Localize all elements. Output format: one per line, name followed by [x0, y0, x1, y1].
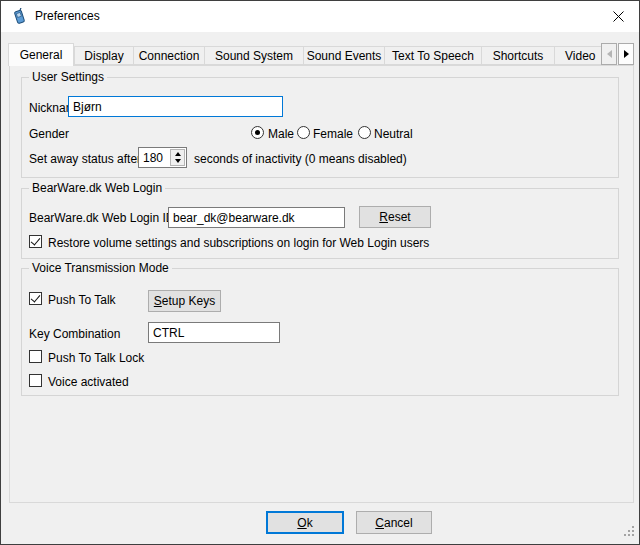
tab-display[interactable]: Display	[74, 46, 134, 65]
push-to-talk-checkbox[interactable]	[29, 292, 42, 305]
tab-scroll-left-button	[601, 43, 617, 65]
push-to-talk-lock-checkbox[interactable]	[29, 350, 42, 363]
key-combination-input[interactable]	[148, 322, 280, 343]
ok-button[interactable]: Ok	[266, 511, 344, 534]
resize-grip[interactable]	[623, 525, 636, 541]
tab-connection[interactable]: Connection	[133, 46, 205, 65]
nickname-input[interactable]	[68, 96, 283, 117]
tab-scroll-right-button[interactable]	[618, 43, 634, 65]
web-login-group-title: BearWare.dk Web Login	[29, 181, 165, 195]
voice-transmission-group-title: Voice Transmission Mode	[29, 261, 172, 275]
gender-label: Gender	[29, 127, 69, 141]
away-status-prefix-label: Set away status after	[29, 152, 141, 166]
preferences-dialog: Preferences General Display Connection S…	[0, 0, 640, 545]
gender-neutral-label[interactable]: Neutral	[374, 127, 413, 141]
titlebar[interactable]: Preferences	[1, 1, 639, 32]
window-title: Preferences	[35, 9, 100, 23]
teamtalk-app-icon	[11, 8, 28, 25]
spinner-down-button[interactable]	[171, 157, 184, 165]
key-combination-label: Key Combination	[29, 327, 120, 341]
away-seconds-value: 180	[143, 151, 163, 165]
gender-neutral-radio[interactable]	[358, 126, 371, 139]
tab-video[interactable]: Video	[554, 46, 601, 65]
voice-activated-checkbox[interactable]	[29, 374, 42, 387]
cancel-button[interactable]: Cancel	[356, 511, 432, 534]
tab-general[interactable]: General	[8, 43, 74, 66]
setup-keys-button[interactable]: Setup Keys	[148, 290, 221, 312]
close-button[interactable]	[598, 1, 639, 32]
voice-activated-label[interactable]: Voice activated	[48, 375, 129, 389]
gender-male-radio[interactable]	[251, 126, 264, 139]
gender-female-label[interactable]: Female	[313, 127, 353, 141]
tab-shortcuts[interactable]: Shortcuts	[481, 46, 555, 65]
push-to-talk-label[interactable]: Push To Talk	[48, 293, 116, 307]
tab-text-to-speech[interactable]: Text To Speech	[384, 46, 482, 65]
user-settings-group-title: User Settings	[29, 70, 107, 84]
restore-volume-checkbox[interactable]	[29, 235, 42, 248]
arrow-right-icon	[624, 50, 629, 58]
away-seconds-spinner[interactable]: 180	[138, 147, 187, 168]
away-status-suffix-label: seconds of inactivity (0 means disabled)	[194, 152, 407, 166]
gender-male-label[interactable]: Male	[268, 127, 294, 141]
reset-button[interactable]: Reset	[359, 206, 431, 228]
web-login-id-label: BearWare.dk Web Login ID	[29, 211, 174, 225]
arrow-up-icon	[175, 152, 181, 156]
arrow-left-icon	[607, 50, 612, 58]
restore-volume-label[interactable]: Restore volume settings and subscription…	[48, 236, 429, 250]
web-login-id-input[interactable]	[168, 207, 345, 228]
tab-sound-events[interactable]: Sound Events	[303, 46, 385, 65]
close-icon	[613, 11, 624, 22]
tab-sound-system[interactable]: Sound System	[204, 46, 304, 65]
gender-female-radio[interactable]	[297, 126, 310, 139]
push-to-talk-lock-label[interactable]: Push To Talk Lock	[48, 351, 144, 365]
arrow-down-icon	[175, 159, 181, 163]
